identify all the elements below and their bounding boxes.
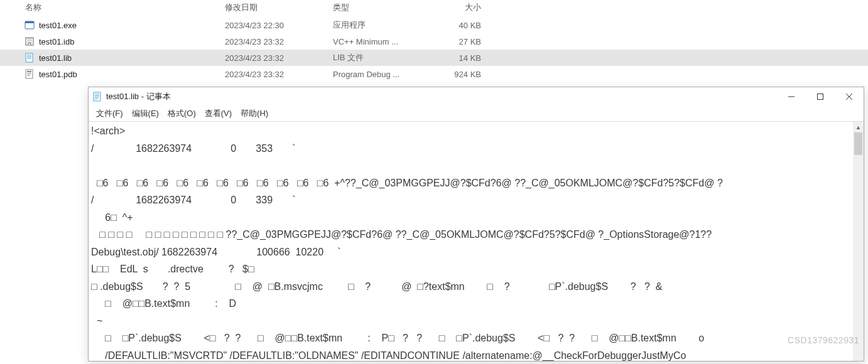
file-size: 40 KB: [432, 21, 489, 30]
svg-rect-9: [27, 73, 31, 74]
text-editor[interactable]: !<arch> / 1682263974 0 353 ` □6 □6 □6 □6…: [89, 122, 853, 361]
file-size: 14 KB: [432, 53, 489, 63]
scroll-thumb[interactable]: [854, 132, 862, 155]
column-header-type[interactable]: 类型: [333, 2, 432, 13]
lib-file-icon: [24, 52, 35, 63]
close-button[interactable]: [835, 87, 864, 106]
file-row[interactable]: test01.lib2023/4/23 23:32LIB 文件14 KB: [0, 50, 868, 66]
file-date: 2023/4/23 23:32: [225, 53, 333, 63]
titlebar[interactable]: test01.lib - 记事本: [89, 87, 864, 106]
menu-help[interactable]: 帮助(H): [237, 107, 272, 120]
file-date: 2023/4/23 22:30: [225, 21, 333, 30]
file-row[interactable]: test01.idb2023/4/23 23:32VC++ Minimum ..…: [0, 33, 868, 50]
file-name: test01.pdb: [39, 70, 77, 79]
file-type: LIB 文件: [333, 52, 432, 63]
svg-rect-17: [818, 94, 823, 100]
pdb-file-icon: [24, 68, 35, 80]
menu-format[interactable]: 格式(O): [164, 107, 200, 120]
file-explorer: 名称 修改日期 类型 大小 test01.exe2023/4/23 22:30应…: [0, 0, 868, 82]
menubar: 文件(F) 编辑(E) 格式(O) 查看(V) 帮助(H): [89, 106, 864, 121]
svg-rect-1: [25, 21, 34, 23]
column-header-size[interactable]: 大小: [432, 2, 489, 13]
svg-rect-3: [26, 53, 33, 62]
file-date: 2023/4/23 23:32: [225, 70, 333, 79]
file-name: test01.lib: [39, 53, 72, 63]
svg-rect-11: [94, 92, 100, 101]
window-title: test01.lib - 记事本: [106, 91, 171, 102]
notepad-window: test01.lib - 记事本 文件(F) 编辑(E) 格式(O) 查看(V)…: [88, 87, 864, 361]
file-row[interactable]: test01.pdb2023/4/23 23:32Program Debug .…: [0, 66, 868, 82]
scroll-up-arrow[interactable]: ▲: [853, 122, 864, 132]
file-name: test01.exe: [39, 21, 77, 30]
file-type: VC++ Minimum ...: [333, 37, 432, 46]
menu-view[interactable]: 查看(V): [201, 107, 236, 120]
file-row[interactable]: test01.exe2023/4/23 22:30应用程序40 KB: [0, 17, 868, 33]
menu-edit[interactable]: 编辑(E): [128, 107, 163, 120]
minimize-button[interactable]: [777, 87, 806, 106]
svg-rect-8: [27, 71, 31, 72]
file-type: Program Debug ...: [333, 70, 432, 79]
idb-file-icon: [24, 36, 35, 47]
file-type: 应用程序: [333, 19, 432, 31]
file-name: test01.idb: [39, 37, 74, 46]
file-size: 27 KB: [432, 37, 489, 46]
file-size: 924 KB: [432, 70, 489, 79]
explorer-column-headers: 名称 修改日期 类型 大小: [0, 0, 868, 17]
maximize-button[interactable]: [806, 87, 835, 106]
file-date: 2023/4/23 23:32: [225, 37, 333, 46]
column-header-date[interactable]: 修改日期: [225, 2, 333, 13]
svg-rect-10: [27, 75, 30, 76]
notepad-icon: [92, 92, 102, 102]
vertical-scrollbar[interactable]: ▲: [853, 122, 864, 361]
column-header-name[interactable]: 名称: [0, 2, 225, 13]
exe-file-icon: [24, 19, 35, 31]
menu-file[interactable]: 文件(F): [92, 107, 127, 120]
